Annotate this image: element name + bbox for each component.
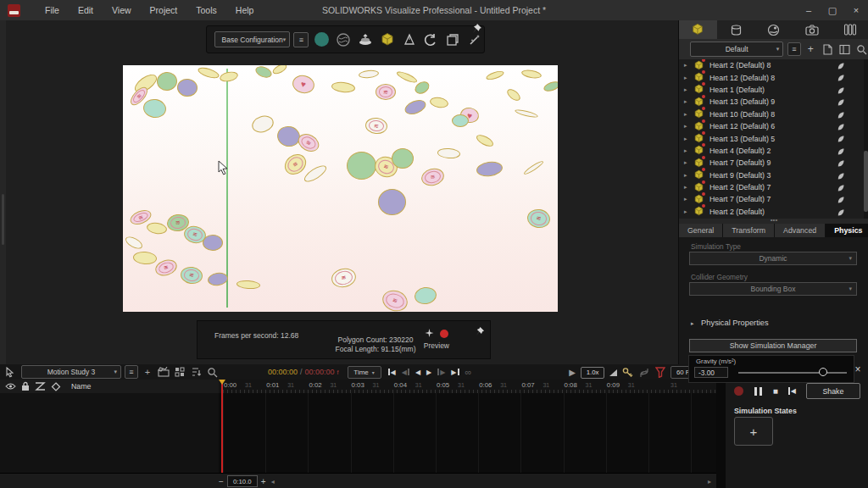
timeline-ruler[interactable]: 0:000:010:020:030:040:050:060:070:080:09… bbox=[219, 380, 716, 394]
step-back-button[interactable]: ◀ bbox=[402, 369, 409, 376]
zoom-out-button[interactable]: − bbox=[219, 477, 224, 486]
select-pointer-icon[interactable] bbox=[5, 367, 16, 378]
close-icon[interactable]: × bbox=[851, 363, 865, 376]
minimize-button[interactable]: – bbox=[797, 0, 821, 20]
lock-icon[interactable] bbox=[21, 381, 30, 391]
tripod-icon[interactable] bbox=[400, 30, 419, 49]
expand-caret-icon[interactable]: ▸ bbox=[684, 86, 691, 93]
gravity-input[interactable]: -3.00 bbox=[694, 367, 728, 378]
physical-properties-expander[interactable]: ▸ Physical Properties bbox=[691, 319, 769, 327]
tree-item[interactable]: ▸ Heart 7 (Default) 9 bbox=[679, 157, 868, 169]
menu-view[interactable]: View bbox=[103, 0, 141, 20]
model-set-dropdown[interactable]: Default ▾ bbox=[690, 42, 783, 57]
tree-item[interactable]: ▸ Heart 2 (Default) 7 bbox=[679, 181, 868, 193]
menu-tools[interactable]: Tools bbox=[186, 0, 226, 20]
appearance-tag-icon[interactable] bbox=[837, 172, 845, 180]
expand-caret-icon[interactable]: ▸ bbox=[684, 172, 691, 179]
track-area[interactable] bbox=[219, 393, 716, 473]
appearance-tag-icon[interactable] bbox=[837, 98, 845, 107]
expand-caret-icon[interactable]: ▸ bbox=[684, 98, 691, 105]
turntable-icon[interactable] bbox=[356, 30, 375, 49]
play-button[interactable]: ▶ bbox=[426, 369, 431, 376]
restore-button[interactable]: ▢ bbox=[821, 0, 844, 20]
expand-caret-icon[interactable]: ▸ bbox=[684, 208, 691, 215]
playback-speed[interactable]: 1.0x bbox=[581, 367, 604, 379]
model-set-menu-button[interactable]: ≡ bbox=[787, 42, 800, 56]
tree-item[interactable]: ▸ Heart 13 (Default) 5 bbox=[679, 132, 868, 144]
animation-curve-icon[interactable] bbox=[35, 382, 46, 391]
render-animation-icon[interactable] bbox=[157, 366, 170, 378]
tree-item[interactable]: ▸ Heart 4 (Default) 2 bbox=[679, 145, 868, 157]
close-button[interactable]: × bbox=[844, 0, 868, 20]
playback-icon[interactable]: ▶ bbox=[569, 368, 576, 377]
pin-icon[interactable] bbox=[475, 326, 485, 336]
expand-caret-icon[interactable]: ▸ bbox=[684, 147, 691, 154]
turn-arrow-icon[interactable] bbox=[421, 30, 440, 49]
simulation-type-dropdown[interactable]: Dynamic ▾ bbox=[689, 252, 857, 265]
menu-project[interactable]: Project bbox=[141, 0, 187, 20]
configuration-dropdown[interactable]: Base Configuration ▾ bbox=[214, 31, 290, 47]
zoom-in-button[interactable]: + bbox=[261, 477, 266, 486]
configuration-menu-button[interactable]: ≡ bbox=[293, 32, 309, 47]
tree-item[interactable]: ▸ Heart 9 (Default) 3 bbox=[679, 169, 868, 181]
model-cube-icon[interactable] bbox=[378, 30, 397, 49]
tree-item[interactable]: ▸ Heart 7 (Default) 7 bbox=[679, 193, 868, 205]
search-icon[interactable] bbox=[205, 366, 219, 378]
tree-item[interactable]: ▸ Heart 12 (Default) 6 bbox=[679, 120, 868, 132]
expand-caret-icon[interactable]: ▸ bbox=[684, 111, 691, 118]
export-icon[interactable] bbox=[821, 42, 835, 57]
tree-scrollbar[interactable] bbox=[864, 59, 868, 219]
sort-icon[interactable] bbox=[189, 366, 203, 378]
go-to-start-button[interactable]: ◀ bbox=[388, 369, 396, 376]
add-study-button[interactable]: + bbox=[141, 366, 154, 378]
appearance-tag-icon[interactable] bbox=[837, 159, 845, 168]
expand-caret-icon[interactable]: ▸ bbox=[684, 75, 691, 81]
appearance-tag-icon[interactable] bbox=[837, 208, 845, 217]
skip-to-start-button[interactable]: ◀ bbox=[788, 387, 796, 395]
appearance-tag-icon[interactable] bbox=[837, 62, 845, 70]
expand-caret-icon[interactable]: ▸ bbox=[684, 136, 691, 142]
tab-scenes[interactable] bbox=[831, 20, 868, 39]
tab-environments[interactable] bbox=[755, 20, 793, 39]
go-to-end-button[interactable]: ▶ bbox=[451, 369, 459, 376]
tab-appearances[interactable] bbox=[717, 20, 755, 39]
playhead-line[interactable] bbox=[221, 380, 223, 473]
menu-help[interactable]: Help bbox=[226, 0, 264, 20]
appearance-tag-icon[interactable] bbox=[837, 74, 845, 82]
tree-item[interactable]: ▸ Heart 12 (Default) 8 bbox=[679, 71, 868, 83]
key-icon[interactable] bbox=[622, 367, 633, 378]
step-forward-button[interactable]: ▶ bbox=[437, 369, 445, 376]
visibility-eye-icon[interactable] bbox=[5, 382, 16, 391]
expand-caret-icon[interactable]: ▸ bbox=[684, 184, 691, 191]
split-view-icon[interactable] bbox=[837, 42, 852, 57]
add-simulation-state-button[interactable]: + bbox=[734, 417, 773, 446]
motion-study-menu-button[interactable]: ≡ bbox=[125, 365, 138, 379]
playhead-marker[interactable] bbox=[219, 380, 225, 385]
tree-item[interactable]: ▸ Heart 1 (Default) bbox=[679, 84, 868, 96]
appearance-tag-icon[interactable] bbox=[837, 86, 845, 95]
pause-button[interactable] bbox=[754, 387, 763, 396]
render-canvas[interactable] bbox=[123, 65, 558, 312]
prop-tab-general[interactable]: General bbox=[679, 224, 723, 237]
pin-icon[interactable] bbox=[471, 23, 482, 34]
denoise-sphere-icon[interactable] bbox=[334, 30, 353, 49]
add-button[interactable]: + bbox=[804, 42, 818, 57]
tree-item[interactable]: ▸ Heart 2 (Default) 8 bbox=[679, 59, 868, 71]
timeline-duration-box[interactable]: 0:10.0 bbox=[227, 475, 258, 487]
tree-item[interactable]: ▸ Heart 13 (Default) 9 bbox=[679, 96, 868, 108]
render-mode-icon[interactable] bbox=[312, 30, 331, 49]
record-button[interactable] bbox=[734, 386, 743, 396]
loop-cycle-icon[interactable] bbox=[638, 368, 650, 378]
menu-edit[interactable]: Edit bbox=[69, 0, 103, 20]
scroll-right-icon[interactable]: ▸ bbox=[708, 478, 711, 485]
prop-tab-transform[interactable]: Transform bbox=[723, 224, 775, 237]
shake-button[interactable]: Shake bbox=[806, 383, 860, 399]
stop-button[interactable]: ■ bbox=[773, 386, 778, 396]
prop-tab-physics[interactable]: Physics bbox=[826, 224, 868, 237]
show-simulation-manager-button[interactable]: Show Simulation Manager bbox=[689, 339, 857, 352]
snapshot-box-icon[interactable] bbox=[443, 30, 462, 49]
play-reverse-button[interactable]: ◀ bbox=[415, 369, 420, 376]
prop-tab-advanced[interactable]: Advanced bbox=[775, 224, 826, 237]
motion-study-dropdown[interactable]: Motion Study 3 ▾ bbox=[21, 365, 121, 379]
ramp-icon[interactable] bbox=[609, 369, 617, 376]
